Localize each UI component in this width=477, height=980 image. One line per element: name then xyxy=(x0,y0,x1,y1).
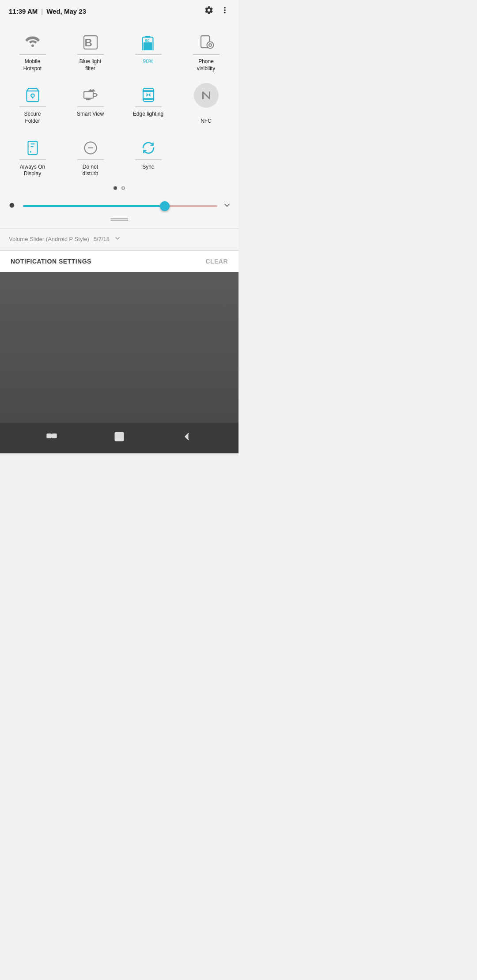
qs-row-2: SecureFolder Smart View xyxy=(0,77,238,130)
svg-point-9 xyxy=(31,94,34,98)
blue-light-filter-label: Blue lightfilter xyxy=(80,58,101,72)
always-on-display-label: Always OnDisplay xyxy=(20,164,45,177)
notification-clear-button[interactable]: CLEAR xyxy=(205,258,228,265)
svg-rect-14 xyxy=(47,434,51,437)
qs-phone-visibility[interactable]: Phonevisibility xyxy=(177,25,235,77)
do-not-disturb-icon xyxy=(77,136,104,160)
secure-folder-label: SecureFolder xyxy=(24,111,41,124)
svg-text:B: B xyxy=(84,37,92,49)
volume-row[interactable]: Volume Slider (Android P Style) 5/7/18 xyxy=(0,229,238,250)
qs-row-1: MobileHotspot B Blue lightfilter 90 90% xyxy=(0,25,238,77)
secure-folder-icon xyxy=(19,83,46,107)
drag-handle xyxy=(0,215,238,223)
brightness-icon xyxy=(6,200,18,213)
qs-battery[interactable]: 90 90% xyxy=(119,25,177,77)
svg-rect-3 xyxy=(145,36,150,38)
status-date: Wed, May 23 xyxy=(46,8,86,15)
smart-view-icon xyxy=(77,83,104,107)
status-bar: 11:39 AM | Wed, May 23 xyxy=(0,0,238,21)
sync-label: Sync xyxy=(142,164,154,171)
qs-smart-view[interactable]: Smart View xyxy=(61,77,119,130)
mobile-hotspot-icon xyxy=(19,31,46,55)
qs-nfc[interactable]: NFC xyxy=(177,77,235,130)
edge-lighting-label: Edge lighting xyxy=(133,111,163,118)
qs-do-not-disturb[interactable]: Do notdisturb xyxy=(61,130,119,183)
svg-text:90: 90 xyxy=(145,38,149,43)
gear-icon[interactable] xyxy=(204,5,214,17)
notification-settings-button[interactable]: NOTIFICATION SETTINGS xyxy=(11,258,91,265)
battery-icon: 90 xyxy=(135,31,162,55)
brightness-row xyxy=(0,197,238,215)
volume-slider-label: Volume Slider (Android P Style) xyxy=(9,236,89,242)
sync-icon xyxy=(135,136,162,160)
svg-rect-10 xyxy=(84,92,93,98)
smart-view-label: Smart View xyxy=(77,111,104,118)
quick-settings-panel: MobileHotspot B Blue lightfilter 90 90% xyxy=(0,21,238,228)
battery-label: 90% xyxy=(143,58,153,65)
svg-rect-16 xyxy=(115,433,124,441)
svg-rect-12 xyxy=(28,141,37,155)
always-on-display-icon xyxy=(19,136,46,160)
pagination-dot-1 xyxy=(114,186,117,190)
brightness-slider[interactable] xyxy=(23,205,217,207)
mobile-hotspot-label: MobileHotspot xyxy=(23,58,42,72)
pagination-dot-2 xyxy=(121,186,125,190)
brightness-expand-icon[interactable] xyxy=(223,201,231,211)
qs-mobile-hotspot[interactable]: MobileHotspot xyxy=(4,25,61,77)
status-time: 11:39 AM xyxy=(9,8,38,15)
blue-light-filter-icon: B xyxy=(77,31,104,55)
notification-bar: NOTIFICATION SETTINGS CLEAR xyxy=(0,250,238,272)
qs-always-on-display[interactable]: Always OnDisplay xyxy=(4,130,61,183)
notification-area xyxy=(0,272,238,422)
phone-visibility-icon xyxy=(193,31,220,55)
volume-date: 5/7/18 xyxy=(94,236,110,242)
pagination-dots xyxy=(0,183,238,197)
drag-handle-lines xyxy=(110,218,128,219)
edge-lighting-icon xyxy=(135,83,162,107)
status-divider: | xyxy=(41,8,43,15)
nfc-circle xyxy=(194,83,219,108)
qs-row-3: Always OnDisplay Do notdisturb xyxy=(0,130,238,183)
svg-point-8 xyxy=(209,44,212,46)
back-button[interactable] xyxy=(181,430,193,445)
brightness-thumb[interactable] xyxy=(160,201,170,211)
qs-blue-light-filter[interactable]: B Blue lightfilter xyxy=(61,25,119,77)
more-options-icon[interactable] xyxy=(220,5,230,17)
phone-visibility-label: Phonevisibility xyxy=(197,58,215,72)
nfc-label: NFC xyxy=(201,118,212,125)
recents-button[interactable] xyxy=(45,430,58,445)
nfc-icon-wrap xyxy=(193,83,220,107)
qs-secure-folder[interactable]: SecureFolder xyxy=(4,77,61,130)
volume-expand-icon[interactable] xyxy=(114,235,121,244)
qs-sync[interactable]: Sync xyxy=(119,130,177,183)
svg-rect-4 xyxy=(143,42,152,50)
home-button[interactable] xyxy=(113,430,125,445)
qs-edge-lighting[interactable]: Edge lighting xyxy=(119,77,177,130)
svg-rect-15 xyxy=(52,434,56,437)
do-not-disturb-label: Do notdisturb xyxy=(82,164,98,177)
bottom-nav xyxy=(0,422,238,453)
qs-empty xyxy=(177,130,235,183)
